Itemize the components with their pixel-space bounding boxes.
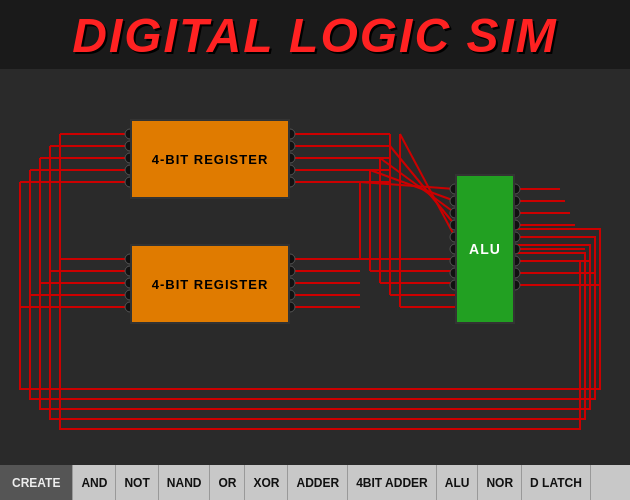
register-2[interactable]: 4-BIT REGISTER xyxy=(130,244,290,324)
canvas-area[interactable]: 4-BIT REGISTER 4-BIT REGISTER ALU xyxy=(0,69,630,469)
wires-svg xyxy=(0,69,630,469)
toolbar-item-nand[interactable]: NAND xyxy=(159,465,211,500)
register-2-label: 4-BIT REGISTER xyxy=(152,277,269,292)
toolbar-item-nor[interactable]: NOR xyxy=(478,465,522,500)
title-bar: DIGITAL LOGIC SIM xyxy=(0,0,630,69)
toolbar-item-alu[interactable]: ALU xyxy=(437,465,479,500)
toolbar-item-not[interactable]: NOT xyxy=(116,465,158,500)
alu-component[interactable]: ALU xyxy=(455,174,515,324)
toolbar-item-create[interactable]: CREATE xyxy=(0,465,73,500)
register-1-label: 4-BIT REGISTER xyxy=(152,152,269,167)
toolbar-item-or[interactable]: OR xyxy=(210,465,245,500)
alu-label: ALU xyxy=(469,241,501,257)
app-title: DIGITAL LOGIC SIM xyxy=(0,8,630,63)
toolbar-item-and[interactable]: AND xyxy=(73,465,116,500)
toolbar-item-dlatch[interactable]: D LATCH xyxy=(522,465,591,500)
toolbar-item-4bitadder[interactable]: 4BIT ADDER xyxy=(348,465,437,500)
toolbar-item-adder[interactable]: ADDER xyxy=(288,465,348,500)
toolbar: CREATEANDNOTNANDORXORADDER4BIT ADDERALUN… xyxy=(0,465,630,500)
toolbar-item-xor[interactable]: XOR xyxy=(245,465,288,500)
register-1[interactable]: 4-BIT REGISTER xyxy=(130,119,290,199)
